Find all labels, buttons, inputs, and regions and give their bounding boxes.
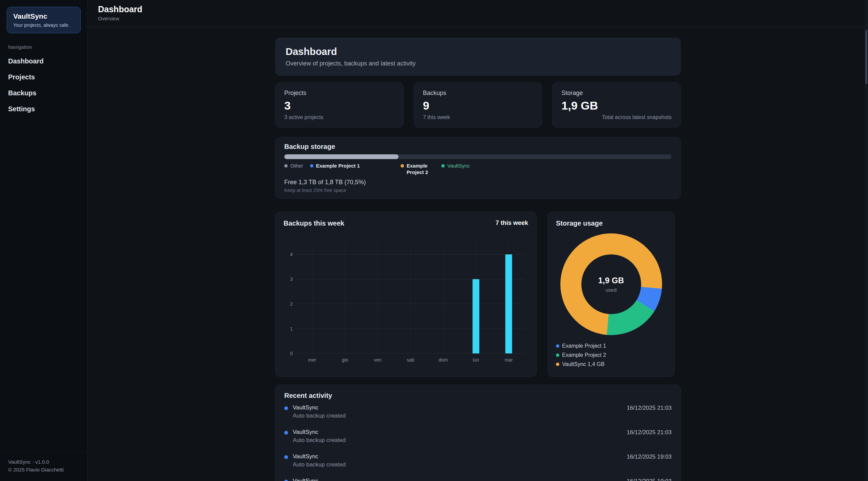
donut-legend: Example Project 1 Example Project 2 Vaul… <box>556 343 666 368</box>
sidebar: VaultSync Your projects, always safe. Na… <box>0 0 88 481</box>
stat-value: 1,9 GB <box>561 99 672 112</box>
scrollbar-thumb[interactable] <box>865 30 867 84</box>
activity-timestamp: 16/12/2025 21:03 <box>627 405 672 411</box>
content-column: Dashboard Overview of projects, backups … <box>275 38 681 481</box>
activity-dot <box>284 455 288 459</box>
storage-bar-track <box>284 154 672 159</box>
stat-value: 3 <box>284 99 394 112</box>
svg-text:sab: sab <box>407 357 414 363</box>
backups-week-card: Backups this week 7 this week 01234mergi… <box>275 212 537 377</box>
hero-title: Dashboard <box>286 46 670 57</box>
sidebar-item-settings[interactable]: Settings <box>0 101 88 117</box>
nav-section-label: Navigation <box>8 44 88 50</box>
bar-chart-title: Backups this week <box>284 219 344 227</box>
activity-description: Auto backup created <box>293 412 627 419</box>
top-header: Dashboard Overview <box>88 0 868 27</box>
recent-activity-title: Recent activity <box>284 392 672 400</box>
backups-bar-chart: 01234mergiovensabdomlunmar <box>284 232 528 369</box>
svg-text:dom: dom <box>439 357 448 363</box>
page-subtitle: Overview <box>98 16 858 21</box>
sidebar-nav: Dashboard Projects Backups Settings <box>0 53 88 117</box>
donut-center-label: used <box>605 287 617 293</box>
storage-legend: Other Example Project 1 Example Project … <box>284 163 672 176</box>
legend-label: Example Project 2 <box>562 352 606 359</box>
svg-text:0: 0 <box>290 351 293 356</box>
activity-row: VaultSync Auto backup created 16/12/2025… <box>284 473 672 481</box>
svg-text:lun: lun <box>473 357 479 363</box>
stat-card-backups: Backups 9 7 this week <box>414 82 542 128</box>
legend-item-example-project-1: Example Project 1 <box>556 343 666 349</box>
legend-item-example-project-2: Example Project 2 <box>401 163 435 176</box>
stat-subtext: Total across latest snapshots <box>561 114 672 120</box>
stat-label: Backups <box>423 90 533 97</box>
app-copyright: © 2025 Flavio Giacchetti <box>8 466 79 474</box>
sidebar-item-projects[interactable]: Projects <box>0 69 88 85</box>
stat-label: Projects <box>284 90 394 97</box>
stat-value: 9 <box>423 99 533 112</box>
activity-timestamp: 16/12/2025 19:03 <box>627 478 672 481</box>
sidebar-footer: VaultSync · v1.0.0 © 2025 Flavio Giacche… <box>0 451 88 481</box>
stat-label: Storage <box>561 90 672 97</box>
main-scroll-area: Dashboard Overview of projects, backups … <box>88 27 868 481</box>
svg-text:4: 4 <box>290 252 293 257</box>
vertical-scrollbar <box>865 0 868 481</box>
legend-dot <box>284 164 288 168</box>
svg-text:3: 3 <box>290 276 293 282</box>
activity-description: Auto backup created <box>293 461 627 468</box>
legend-label: VaultSync <box>447 163 470 169</box>
sidebar-item-dashboard[interactable]: Dashboard <box>0 53 88 69</box>
activity-row: VaultSync Auto backup created 16/12/2025… <box>284 448 672 473</box>
svg-text:2: 2 <box>290 301 293 307</box>
activity-name: VaultSync <box>293 453 627 460</box>
storage-hint: Keep at least 25% free space <box>284 188 672 193</box>
activity-row: VaultSync Auto backup created 16/12/2025… <box>284 424 672 448</box>
sidebar-item-backups[interactable]: Backups <box>0 85 88 101</box>
activity-dot <box>284 480 288 481</box>
svg-text:mar: mar <box>505 357 513 363</box>
main-area: Dashboard Overview Dashboard Overview of… <box>88 0 868 481</box>
donut-center: 1,9 GB used <box>581 254 641 314</box>
brand-card: VaultSync Your projects, always safe. <box>7 7 81 33</box>
bar-chart-badge: 7 this week <box>496 219 528 227</box>
activity-name: VaultSync <box>293 404 627 411</box>
svg-text:gio: gio <box>342 357 348 363</box>
svg-text:mer: mer <box>308 357 316 363</box>
recent-activity-card: Recent activity VaultSync Auto backup cr… <box>275 385 681 481</box>
activity-row: VaultSync Auto backup created 16/12/2025… <box>284 400 672 424</box>
stat-subtext: 3 active projects <box>284 114 394 120</box>
activity-description: Auto backup created <box>293 437 627 444</box>
activity-timestamp: 16/12/2025 19:03 <box>627 454 672 460</box>
brand-name: VaultSync <box>13 12 74 20</box>
svg-text:1: 1 <box>290 326 293 331</box>
storage-bar-fill <box>284 154 399 159</box>
storage-usage-card: Storage usage 1,9 GB used Example Projec… <box>547 212 675 377</box>
legend-label: VaultSync 1,4 GB <box>562 361 604 368</box>
legend-label: Example Project 2 <box>407 163 435 176</box>
legend-label: Other <box>290 163 303 169</box>
charts-row: Backups this week 7 this week 01234mergi… <box>275 212 681 377</box>
legend-item-example-project-1: Example Project 1 <box>310 163 360 169</box>
stats-row: Projects 3 3 active projects Backups 9 7… <box>275 82 681 128</box>
donut-chart-title: Storage usage <box>556 219 666 227</box>
activity-name: VaultSync <box>293 429 627 436</box>
activity-timestamp: 16/12/2025 21:03 <box>627 429 672 436</box>
hero-card: Dashboard Overview of projects, backups … <box>275 38 681 76</box>
legend-label: Example Project 1 <box>316 163 360 169</box>
hero-subtitle: Overview of projects, backups and latest… <box>286 60 670 67</box>
legend-label: Example Project 1 <box>562 343 606 349</box>
legend-dot <box>556 353 559 357</box>
storage-donut: 1,9 GB used <box>560 233 662 335</box>
backup-storage-title: Backup storage <box>284 143 672 151</box>
legend-dot <box>441 164 445 168</box>
activity-dot <box>284 431 288 435</box>
legend-item-other: Other <box>284 163 303 169</box>
storage-free-line: Free 1,3 TB of 1,8 TB (70,5%) <box>284 179 672 186</box>
activity-name: VaultSync <box>293 478 627 481</box>
app-version: VaultSync · v1.0.0 <box>8 458 79 466</box>
activity-dot <box>284 406 288 410</box>
legend-dot <box>310 164 313 168</box>
donut-center-value: 1,9 GB <box>598 276 624 285</box>
stat-card-projects: Projects 3 3 active projects <box>275 82 404 128</box>
legend-dot <box>556 363 559 366</box>
stat-card-storage: Storage 1,9 GB Total across latest snaps… <box>552 82 681 128</box>
